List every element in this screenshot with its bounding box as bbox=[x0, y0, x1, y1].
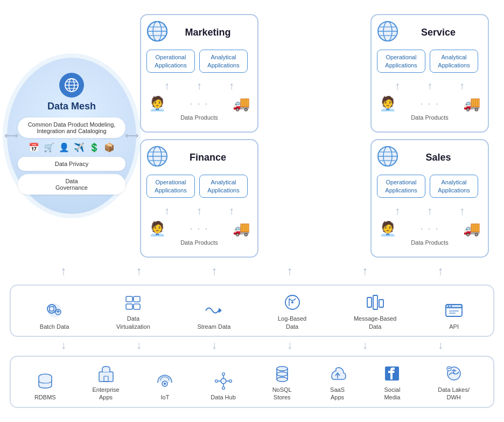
down-arrow-2: ↓ bbox=[136, 339, 142, 351]
svg-marker-35 bbox=[219, 308, 222, 313]
source-api: API bbox=[444, 301, 464, 330]
down-arrow-5: ↓ bbox=[362, 339, 368, 351]
domain-marketing: Marketing Operational Applications Analy… bbox=[140, 14, 258, 133]
service-analytical-btn: Analytical Applications bbox=[430, 50, 478, 73]
arrow-right-1: ⟷ bbox=[125, 130, 139, 142]
truck-icon-sa: 🚚 bbox=[463, 220, 480, 237]
source-data-lakes: Data Lakes/DWH bbox=[438, 364, 470, 402]
svg-point-66 bbox=[277, 377, 288, 382]
batch-data-label: Batch Data bbox=[40, 323, 69, 330]
svg-rect-39 bbox=[367, 298, 372, 307]
source-nosql-stores: NoSQLStores bbox=[272, 364, 292, 402]
data-mesh-center: ⟷ Data Mesh Common Data Product Modeling… bbox=[10, 58, 134, 214]
up-arrow-3: ↑ bbox=[212, 264, 218, 278]
person-icon-f: 🧑‍💼 bbox=[149, 220, 166, 237]
rdbms-label: RDBMS bbox=[34, 393, 56, 401]
saas-apps-label: SaaSApps bbox=[330, 386, 345, 402]
arrow-up-f3: ↑ bbox=[229, 205, 234, 216]
svg-point-44 bbox=[448, 305, 450, 307]
down-arrow-6: ↓ bbox=[438, 339, 443, 351]
sales-operational-btn: Operational Applications bbox=[377, 175, 425, 198]
marketing-analytical-btn: Analytical Applications bbox=[199, 50, 248, 73]
up-arrow-2: ↑ bbox=[136, 264, 142, 278]
arrow-up-f2: ↑ bbox=[197, 205, 202, 216]
log-based-data-label: Log-BasedData bbox=[278, 315, 306, 330]
mesh-subtitle: Common Data Product Modeling,Integration… bbox=[18, 117, 125, 138]
svg-point-52 bbox=[164, 383, 166, 385]
svg-rect-31 bbox=[126, 304, 132, 309]
arrow-up-sa2: ↑ bbox=[427, 205, 432, 216]
finance-analytical-btn: Analytical Applications bbox=[199, 175, 248, 198]
service-data-products-label: Data Products bbox=[377, 114, 482, 121]
svg-point-53 bbox=[221, 378, 226, 384]
svg-point-63 bbox=[277, 372, 288, 376]
finance-operational-btn: Operational Applications bbox=[146, 175, 195, 198]
dots-separator-s: · · · bbox=[400, 98, 460, 109]
arrow-up-s1: ↑ bbox=[395, 80, 400, 91]
svg-point-60 bbox=[215, 380, 218, 383]
sales-icon bbox=[377, 146, 398, 169]
stream-data-label: Stream Data bbox=[198, 323, 231, 330]
finance-icon bbox=[146, 146, 168, 169]
arrow-up-2: ↑ bbox=[197, 80, 202, 91]
up-arrows-section: ↑ ↑ ↑ ↑ ↑ ↑ bbox=[10, 262, 494, 280]
person-icon: 🧑‍💼 bbox=[149, 95, 166, 112]
service-operational-btn: Operational Applications bbox=[377, 50, 425, 73]
person-icon-sa: 🧑‍💼 bbox=[379, 220, 396, 237]
source-rdbms: RDBMS bbox=[34, 372, 56, 401]
diagram-container: Marketing Operational Applications Analy… bbox=[4, 9, 500, 413]
finance-data-products-label: Data Products bbox=[146, 239, 252, 246]
domain-service: Service Operational Applications Analyti… bbox=[370, 14, 489, 133]
source-enterprise-apps: EnterpriseApps bbox=[93, 364, 120, 402]
svg-point-62 bbox=[277, 366, 288, 371]
bottom-sources-bar: RDBMS EnterpriseApps IoT bbox=[10, 356, 494, 408]
down-arrows-section: ↓ ↓ ↓ ↓ ↓ ↓ bbox=[10, 337, 494, 354]
svg-rect-30 bbox=[134, 296, 140, 302]
source-social-media: SocialMedia bbox=[383, 364, 401, 402]
mesh-privacy: Data Privacy bbox=[18, 157, 125, 171]
dots-separator-f: · · · bbox=[169, 223, 229, 234]
mesh-icons-row: 📅 🛒 👤 ✈️ 💲 📦 bbox=[29, 142, 115, 153]
mesh-governance: DataGovernance bbox=[18, 174, 125, 195]
service-title: Service bbox=[421, 27, 456, 38]
arrow-up-sa1: ↑ bbox=[395, 205, 400, 216]
dots-separator-sa: · · · bbox=[400, 223, 460, 234]
svg-rect-40 bbox=[373, 295, 377, 309]
sales-data-products-label: Data Products bbox=[377, 239, 482, 246]
person-icon-s: 🧑‍💼 bbox=[379, 95, 396, 112]
svg-rect-49 bbox=[99, 372, 113, 382]
arrow-up-f1: ↑ bbox=[164, 205, 170, 216]
data-lakes-label: Data Lakes/DWH bbox=[438, 386, 470, 402]
data-virtualization-label: DataVirtualization bbox=[116, 315, 150, 330]
nosql-stores-label: NoSQLStores bbox=[272, 386, 292, 402]
service-icon bbox=[377, 20, 398, 44]
domain-sales: Sales Operational Applications Analytica… bbox=[370, 139, 489, 258]
arrow-up-s3: ↑ bbox=[459, 80, 465, 91]
up-arrow-4: ↑ bbox=[287, 264, 293, 278]
up-arrow-6: ↑ bbox=[438, 264, 444, 278]
svg-point-61 bbox=[229, 380, 232, 383]
domain-finance: Finance Operational Applications Analyti… bbox=[140, 139, 258, 258]
source-data-hub: Data Hub bbox=[211, 372, 235, 401]
svg-point-45 bbox=[451, 305, 452, 307]
data-sources-bar: Batch Data DataVirtualization bbox=[10, 285, 494, 337]
iot-label: IoT bbox=[161, 393, 170, 401]
enterprise-apps-label: EnterpriseApps bbox=[93, 386, 120, 402]
arrow-up-sa3: ↑ bbox=[459, 205, 465, 216]
svg-rect-29 bbox=[126, 296, 132, 302]
source-batch-data: Batch Data bbox=[40, 301, 69, 330]
sales-title: Sales bbox=[425, 152, 451, 163]
message-based-data-label: Message-BasedData bbox=[354, 315, 397, 330]
svg-point-71 bbox=[447, 366, 451, 371]
svg-point-58 bbox=[222, 373, 225, 376]
svg-rect-41 bbox=[379, 300, 383, 307]
down-arrow-3: ↓ bbox=[212, 339, 217, 351]
marketing-operational-btn: Operational Applications bbox=[146, 50, 195, 73]
truck-icon: 🚚 bbox=[233, 95, 250, 112]
source-stream-data: Stream Data bbox=[198, 301, 231, 330]
truck-icon-f: 🚚 bbox=[233, 220, 250, 237]
svg-point-38 bbox=[291, 301, 293, 303]
up-arrow-1: ↑ bbox=[61, 264, 67, 278]
finance-title: Finance bbox=[190, 152, 226, 163]
source-message-based-data: Message-BasedData bbox=[354, 293, 397, 330]
